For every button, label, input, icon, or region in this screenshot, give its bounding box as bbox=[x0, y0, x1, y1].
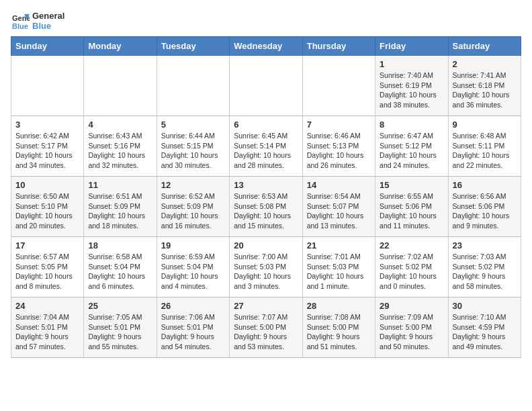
day-info: Sunrise: 6:43 AM Sunset: 5:16 PM Dayligh… bbox=[88, 131, 152, 171]
weekday-header-friday: Friday bbox=[375, 37, 448, 56]
day-number: 30 bbox=[453, 301, 517, 311]
calendar-table: SundayMondayTuesdayWednesdayThursdayFrid… bbox=[11, 36, 521, 358]
day-number: 8 bbox=[380, 120, 443, 130]
calendar-cell: 4Sunrise: 6:43 AM Sunset: 5:16 PM Daylig… bbox=[84, 116, 157, 177]
calendar-cell: 22Sunrise: 7:02 AM Sunset: 5:02 PM Dayli… bbox=[375, 237, 448, 298]
day-number: 25 bbox=[88, 301, 152, 311]
calendar-cell: 6Sunrise: 6:45 AM Sunset: 5:14 PM Daylig… bbox=[230, 116, 302, 177]
calendar-cell: 23Sunrise: 7:03 AM Sunset: 5:02 PM Dayli… bbox=[448, 237, 521, 298]
svg-text:Blue: Blue bbox=[12, 22, 28, 30]
day-number: 18 bbox=[88, 240, 152, 250]
calendar-cell: 29Sunrise: 7:09 AM Sunset: 5:00 PM Dayli… bbox=[375, 298, 448, 358]
day-number: 9 bbox=[453, 120, 517, 130]
calendar-cell: 5Sunrise: 6:44 AM Sunset: 5:15 PM Daylig… bbox=[157, 116, 229, 177]
calendar-cell: 30Sunrise: 7:10 AM Sunset: 4:59 PM Dayli… bbox=[448, 298, 521, 358]
logo: General Blue General Blue bbox=[11, 11, 64, 31]
day-info: Sunrise: 6:45 AM Sunset: 5:14 PM Dayligh… bbox=[234, 131, 298, 171]
logo-general: General bbox=[32, 11, 64, 21]
day-number: 11 bbox=[88, 180, 152, 190]
calendar-cell: 16Sunrise: 6:56 AM Sunset: 5:06 PM Dayli… bbox=[448, 177, 521, 237]
calendar-cell: 27Sunrise: 7:07 AM Sunset: 5:00 PM Dayli… bbox=[230, 298, 302, 358]
day-number: 21 bbox=[307, 240, 371, 250]
calendar-cell: 7Sunrise: 6:46 AM Sunset: 5:13 PM Daylig… bbox=[302, 116, 375, 177]
day-info: Sunrise: 7:40 AM Sunset: 6:19 PM Dayligh… bbox=[380, 71, 443, 110]
week-row-3: 17Sunrise: 6:57 AM Sunset: 5:05 PM Dayli… bbox=[11, 237, 521, 298]
calendar-cell: 14Sunrise: 6:54 AM Sunset: 5:07 PM Dayli… bbox=[302, 177, 375, 237]
week-row-0: 1Sunrise: 7:40 AM Sunset: 6:19 PM Daylig… bbox=[11, 56, 521, 116]
day-info: Sunrise: 7:03 AM Sunset: 5:02 PM Dayligh… bbox=[453, 252, 517, 291]
calendar-cell: 9Sunrise: 6:48 AM Sunset: 5:11 PM Daylig… bbox=[448, 116, 521, 177]
day-number: 3 bbox=[15, 120, 79, 130]
week-row-4: 24Sunrise: 7:04 AM Sunset: 5:01 PM Dayli… bbox=[11, 298, 521, 358]
calendar-cell: 17Sunrise: 6:57 AM Sunset: 5:05 PM Dayli… bbox=[11, 237, 84, 298]
day-number: 6 bbox=[234, 120, 298, 130]
calendar-cell bbox=[84, 56, 157, 116]
week-row-1: 3Sunrise: 6:42 AM Sunset: 5:17 PM Daylig… bbox=[11, 116, 521, 177]
weekday-header-saturday: Saturday bbox=[448, 37, 521, 56]
day-info: Sunrise: 6:42 AM Sunset: 5:17 PM Dayligh… bbox=[15, 131, 79, 171]
calendar-cell: 20Sunrise: 7:00 AM Sunset: 5:03 PM Dayli… bbox=[230, 237, 302, 298]
day-number: 19 bbox=[161, 240, 225, 250]
weekday-header-tuesday: Tuesday bbox=[157, 37, 229, 56]
day-info: Sunrise: 6:57 AM Sunset: 5:05 PM Dayligh… bbox=[15, 252, 79, 291]
day-number: 24 bbox=[15, 301, 79, 311]
day-number: 26 bbox=[161, 301, 225, 311]
calendar-cell: 24Sunrise: 7:04 AM Sunset: 5:01 PM Dayli… bbox=[11, 298, 84, 358]
weekday-header-thursday: Thursday bbox=[302, 37, 375, 56]
day-number: 14 bbox=[307, 180, 371, 190]
header: General Blue General Blue bbox=[11, 11, 521, 31]
day-info: Sunrise: 7:05 AM Sunset: 5:01 PM Dayligh… bbox=[88, 312, 152, 352]
day-info: Sunrise: 7:04 AM Sunset: 5:01 PM Dayligh… bbox=[15, 312, 79, 352]
day-number: 10 bbox=[15, 180, 79, 190]
day-number: 13 bbox=[234, 180, 298, 190]
day-info: Sunrise: 7:02 AM Sunset: 5:02 PM Dayligh… bbox=[380, 252, 443, 291]
day-number: 7 bbox=[307, 120, 371, 130]
weekday-header-monday: Monday bbox=[84, 37, 157, 56]
day-number: 5 bbox=[161, 120, 225, 130]
weekday-header-sunday: Sunday bbox=[11, 37, 84, 56]
day-number: 15 bbox=[380, 180, 443, 190]
day-info: Sunrise: 6:48 AM Sunset: 5:11 PM Dayligh… bbox=[453, 131, 517, 171]
day-info: Sunrise: 6:44 AM Sunset: 5:15 PM Dayligh… bbox=[161, 131, 225, 171]
calendar-cell: 19Sunrise: 6:59 AM Sunset: 5:04 PM Dayli… bbox=[157, 237, 229, 298]
day-number: 27 bbox=[234, 301, 298, 311]
day-info: Sunrise: 6:52 AM Sunset: 5:09 PM Dayligh… bbox=[161, 191, 225, 231]
logo-icon: General Blue bbox=[11, 11, 30, 30]
weekday-header-wednesday: Wednesday bbox=[230, 37, 302, 56]
day-info: Sunrise: 7:09 AM Sunset: 5:00 PM Dayligh… bbox=[380, 312, 443, 352]
day-info: Sunrise: 6:54 AM Sunset: 5:07 PM Dayligh… bbox=[307, 191, 371, 231]
calendar-cell: 2Sunrise: 7:41 AM Sunset: 6:18 PM Daylig… bbox=[448, 56, 521, 116]
weekday-header-row: SundayMondayTuesdayWednesdayThursdayFrid… bbox=[11, 37, 521, 56]
day-info: Sunrise: 7:07 AM Sunset: 5:00 PM Dayligh… bbox=[234, 312, 298, 352]
calendar-cell: 25Sunrise: 7:05 AM Sunset: 5:01 PM Dayli… bbox=[84, 298, 157, 358]
day-info: Sunrise: 6:58 AM Sunset: 5:04 PM Dayligh… bbox=[88, 252, 152, 291]
calendar-cell: 28Sunrise: 7:08 AM Sunset: 5:00 PM Dayli… bbox=[302, 298, 375, 358]
day-number: 28 bbox=[307, 301, 371, 311]
day-number: 12 bbox=[161, 180, 225, 190]
day-info: Sunrise: 7:10 AM Sunset: 4:59 PM Dayligh… bbox=[453, 312, 517, 352]
day-info: Sunrise: 6:50 AM Sunset: 5:10 PM Dayligh… bbox=[15, 191, 79, 231]
calendar-cell: 13Sunrise: 6:53 AM Sunset: 5:08 PM Dayli… bbox=[230, 177, 302, 237]
calendar-cell: 3Sunrise: 6:42 AM Sunset: 5:17 PM Daylig… bbox=[11, 116, 84, 177]
calendar-cell: 11Sunrise: 6:51 AM Sunset: 5:09 PM Dayli… bbox=[84, 177, 157, 237]
day-number: 23 bbox=[453, 240, 517, 250]
calendar-cell: 1Sunrise: 7:40 AM Sunset: 6:19 PM Daylig… bbox=[375, 56, 448, 116]
day-info: Sunrise: 6:46 AM Sunset: 5:13 PM Dayligh… bbox=[307, 131, 371, 171]
calendar-cell bbox=[230, 56, 302, 116]
day-info: Sunrise: 7:01 AM Sunset: 5:03 PM Dayligh… bbox=[307, 252, 371, 291]
day-info: Sunrise: 7:00 AM Sunset: 5:03 PM Dayligh… bbox=[234, 252, 298, 291]
day-number: 20 bbox=[234, 240, 298, 250]
calendar-cell: 21Sunrise: 7:01 AM Sunset: 5:03 PM Dayli… bbox=[302, 237, 375, 298]
calendar-cell: 18Sunrise: 6:58 AM Sunset: 5:04 PM Dayli… bbox=[84, 237, 157, 298]
day-info: Sunrise: 6:47 AM Sunset: 5:12 PM Dayligh… bbox=[380, 131, 443, 171]
logo-blue: Blue bbox=[32, 21, 64, 31]
calendar-cell bbox=[302, 56, 375, 116]
calendar-cell: 10Sunrise: 6:50 AM Sunset: 5:10 PM Dayli… bbox=[11, 177, 84, 237]
day-info: Sunrise: 6:55 AM Sunset: 5:06 PM Dayligh… bbox=[380, 191, 443, 231]
calendar-cell: 12Sunrise: 6:52 AM Sunset: 5:09 PM Dayli… bbox=[157, 177, 229, 237]
calendar-cell: 26Sunrise: 7:06 AM Sunset: 5:01 PM Dayli… bbox=[157, 298, 229, 358]
day-info: Sunrise: 7:06 AM Sunset: 5:01 PM Dayligh… bbox=[161, 312, 225, 352]
day-info: Sunrise: 6:59 AM Sunset: 5:04 PM Dayligh… bbox=[161, 252, 225, 291]
day-info: Sunrise: 6:53 AM Sunset: 5:08 PM Dayligh… bbox=[234, 191, 298, 231]
day-number: 1 bbox=[380, 59, 443, 69]
